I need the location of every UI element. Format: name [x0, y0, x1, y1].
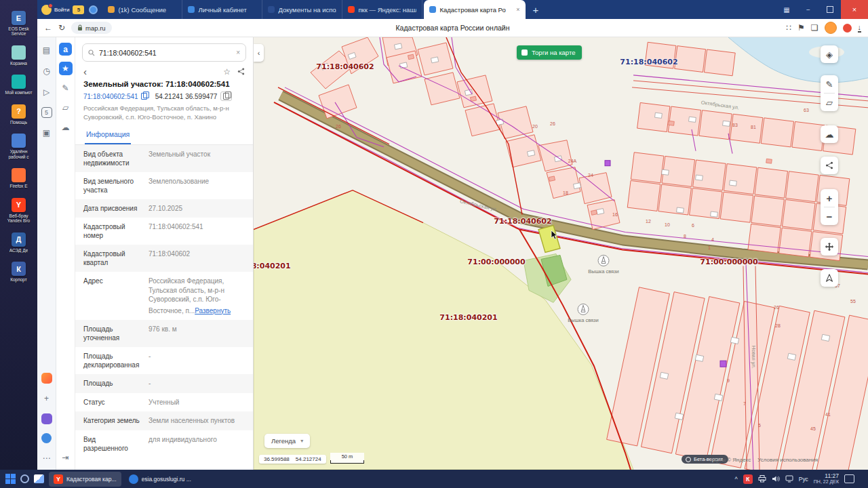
taskbar-widget-icon[interactable] [34, 474, 44, 483]
speaker-icon[interactable] [772, 475, 780, 483]
info-row-value: 976 кв. м [149, 325, 245, 342]
copy-icon[interactable] [141, 93, 147, 100]
add-panel-icon[interactable]: + [41, 392, 53, 405]
info-row-label: Категория земель [83, 416, 149, 426]
reload-button[interactable]: ↻ [58, 23, 65, 33]
back-button[interactable]: ← [44, 23, 52, 33]
hidden-icons-chevron[interactable]: ^ [734, 476, 737, 483]
desktop-icon[interactable]: Мой компьют [2, 75, 36, 95]
info-row-value: Учтенный [149, 398, 245, 407]
tab-close-icon[interactable]: × [515, 6, 520, 13]
parcel-chips: 71:18:040602:541 54.21241 36.599477 [75, 89, 253, 103]
new-tab-button[interactable]: + [526, 4, 545, 16]
taskbar-app[interactable]: YКадастровая кар... [49, 472, 121, 487]
more-icon[interactable]: ⋯ [41, 452, 53, 464]
taskbar-search-icon[interactable] [20, 474, 29, 483]
desktop-icon[interactable]: ККорпорт [2, 262, 36, 282]
info-row-value: Земли населенных пунктов [149, 416, 245, 426]
legend-button[interactable]: Легенда ▾ [264, 434, 310, 448]
user-avatar[interactable] [825, 22, 837, 34]
pencil-icon[interactable]: ✎ [821, 75, 838, 93]
desktop-icon[interactable]: EEOS Desk Service [2, 11, 36, 37]
map-canvas[interactable]: 71:18:04060271:18:04060271:18:04060271:0… [254, 37, 868, 470]
alice-assistant-icon[interactable] [41, 373, 52, 384]
terms-link[interactable]: Условия использования [757, 457, 818, 463]
browser-profile-avatar[interactable] [41, 5, 52, 15]
k-app-icon[interactable]: К [743, 474, 753, 484]
flag-icon[interactable]: ⚑ [797, 23, 805, 33]
address-bar[interactable]: map.ru [71, 22, 112, 34]
search-tool-active[interactable]: ★ [59, 62, 73, 75]
pan-icon[interactable] [821, 238, 838, 256]
sync-status-icon[interactable] [89, 5, 98, 14]
desktop-icon[interactable]: YВеб-брау Yandex Bro [2, 198, 36, 224]
clear-search-icon[interactable]: × [236, 49, 240, 56]
info-row-label: Кадастровый квартал [83, 249, 149, 267]
draw-area-icon[interactable]: ▱ [821, 94, 838, 111]
desktop-icon[interactable]: Удалённ рабочий с [2, 134, 36, 159]
services-icon[interactable] [41, 413, 52, 424]
history-icon[interactable]: ◷ [41, 65, 53, 77]
tab-groups-icon[interactable]: ▦ [776, 0, 797, 19]
extensions-grid-icon[interactable]: ∷ [786, 23, 791, 33]
layers-icon[interactable]: ◈ [821, 45, 838, 63]
zoom-in-button[interactable]: + [821, 189, 838, 207]
browser-login-label[interactable]: Войти [54, 7, 69, 13]
cloud-tool-icon[interactable]: ☁ [59, 121, 73, 134]
zoom-out-button[interactable]: − [821, 207, 838, 225]
share-map-icon[interactable] [821, 157, 838, 174]
browser-tab[interactable]: Личный кабинет [182, 0, 262, 19]
maximize-button[interactable] [819, 0, 841, 19]
desktop-icon[interactable]: Firefox E [2, 168, 36, 188]
desktop-icon[interactable]: Корзина [2, 45, 36, 66]
torgi-label: Торги на карте [532, 49, 575, 56]
collapse-tools-icon[interactable]: ⇥ [59, 451, 73, 464]
copy-coordinates-button[interactable] [220, 92, 232, 101]
browser-tab[interactable]: Документы на исполнени [262, 0, 342, 19]
messenger-icon[interactable] [41, 433, 52, 443]
screenshot-icon[interactable]: ▣ [41, 127, 53, 139]
search-input[interactable]: 71:18:040602:541 × [82, 43, 246, 62]
bookmarks-icon[interactable]: ❏ [811, 23, 818, 33]
desktop-icon[interactable]: ?Помощь [2, 104, 36, 125]
browser-tab[interactable]: пкк — Яндекс: нашлось [342, 0, 422, 19]
info-row: Кадастровый квартал71:18:040602 [75, 245, 253, 272]
desktop-icon-label: АСЭД Де [9, 248, 28, 253]
taskbar-app-icon [129, 474, 138, 484]
collapse-panel-button[interactable]: ‹ [254, 44, 264, 62]
taskbar-clock[interactable]: 11:27 ПН, 22 ДЕК [814, 473, 839, 485]
info-row: Вид земельного участкаЗемлепользование [75, 172, 253, 199]
media-play-icon[interactable]: ▷ [41, 86, 53, 98]
chevron-down-icon: ▾ [300, 438, 303, 444]
notification-center-icon[interactable] [844, 474, 854, 483]
site-logo[interactable]: a [59, 43, 72, 56]
cursor-coordinates: 36.599588 54.212724 [259, 455, 326, 464]
share-icon[interactable] [237, 68, 245, 75]
browser-tab[interactable]: Кадастровая карта Ро× [424, 0, 526, 19]
maximize-icon [827, 6, 833, 13]
printer-icon[interactable] [758, 475, 766, 483]
measure-tool-icon[interactable]: ✎ [59, 81, 73, 95]
gift-icon[interactable] [843, 24, 852, 33]
desktop-icon[interactable]: ДАСЭД Де [2, 232, 36, 253]
torgi-toggle-button[interactable]: Торги на карте [517, 45, 582, 60]
tab-count-icon[interactable]: 5 [41, 107, 52, 118]
area-select-tool-icon[interactable]: ▱ [59, 101, 73, 115]
panels-icon[interactable]: ▤ [41, 44, 53, 56]
language-indicator[interactable]: Рус [799, 476, 808, 483]
network-icon[interactable] [785, 475, 793, 483]
cloud-icon[interactable]: ☁ [821, 125, 838, 143]
tab-counter-badge[interactable]: 5 [73, 5, 84, 14]
browser-tab[interactable]: (1k) Сообщение [102, 0, 182, 19]
clock-date: ПН, 22 ДЕК [814, 479, 839, 485]
close-button[interactable]: × [841, 0, 868, 19]
minimize-button[interactable]: − [797, 0, 819, 19]
taskbar-app[interactable]: esia.gosuslugi.ru ... [124, 472, 196, 487]
expand-link[interactable]: Развернуть [195, 306, 231, 316]
start-button[interactable] [5, 474, 16, 484]
tab-information[interactable]: Информация [85, 126, 131, 144]
location-arrow-icon[interactable] [821, 269, 838, 287]
favorite-star-icon[interactable]: ☆ [223, 67, 231, 77]
back-to-results-button[interactable]: ‹ [83, 66, 87, 77]
downloads-icon[interactable]: ↓ [858, 24, 862, 33]
